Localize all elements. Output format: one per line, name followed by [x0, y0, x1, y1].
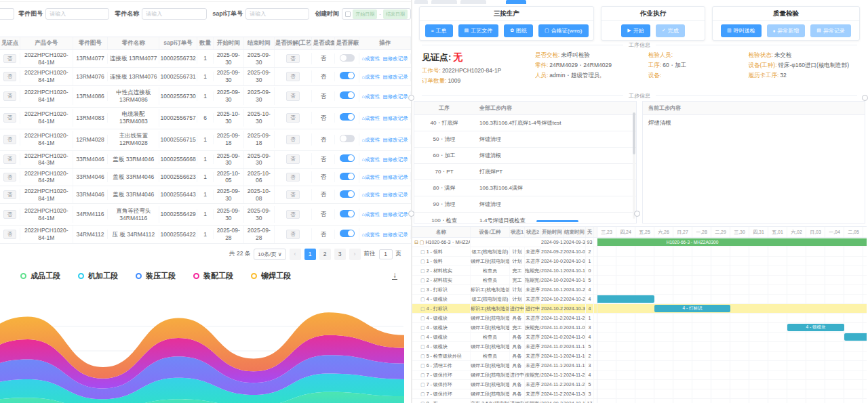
gantt-row[interactable]: ▢2 - 材料核实检查员完工拖期完成2024-10-102024-10-100: [412, 266, 597, 276]
edit-record-link[interactable]: ▤修改记录: [383, 211, 408, 217]
panel-resize-handle-left-top[interactable]: [408, 95, 414, 101]
witness-badge[interactable]: 否: [3, 135, 17, 144]
shield-toggle[interactable]: [340, 54, 355, 62]
shield-toggle[interactable]: [340, 190, 355, 198]
step-table-vscrollbar[interactable]: [633, 112, 635, 219]
shield-toggle[interactable]: [340, 154, 355, 162]
gantt-row[interactable]: ▢5 - 检查锻块外径检查员具备未进序2024-11-142024-11-162: [412, 352, 597, 361]
shield-toggle[interactable]: [340, 230, 355, 237]
gantt-row[interactable]: ▢7 - 锻保持环铆焊工段(核电制造部)具备未进序2024-11-222024-…: [412, 380, 597, 389]
witness-badge[interactable]: 否: [3, 210, 17, 219]
panel-resize-handle-mid[interactable]: [634, 211, 640, 217]
set-integrity-link[interactable]: ⌂成套性: [362, 56, 380, 62]
part-name-input[interactable]: [142, 8, 207, 20]
split-button[interactable]: 否: [286, 72, 300, 81]
split-button[interactable]: 否: [286, 91, 300, 100]
part-drawing-input[interactable]: [45, 8, 109, 20]
gantt-task-bar[interactable]: [597, 295, 654, 303]
sap-order-input[interactable]: [245, 8, 309, 20]
page-size-select[interactable]: 10条/页 ∨: [254, 249, 285, 260]
witness-badge[interactable]: 否: [3, 113, 17, 122]
edit-record-link[interactable]: ▤修改记录: [383, 115, 408, 121]
shield-toggle[interactable]: [340, 173, 355, 180]
edit-record-link[interactable]: ▤修改记录: [383, 74, 408, 80]
download-icon[interactable]: ↓: [392, 272, 397, 280]
tab-3[interactable]: [460, 0, 486, 4]
tab-1[interactable]: [414, 0, 428, 4]
witness-badge[interactable]: 否: [3, 54, 17, 63]
edit-record-link[interactable]: ▤修改记录: [383, 232, 408, 238]
set-integrity-link[interactable]: ⌂成套性: [362, 211, 380, 217]
gantt-row[interactable]: ▢1 - 领料锻工(核电制造部)计划未进序2024-09-292024-10-0…: [412, 247, 597, 257]
edit-record-link[interactable]: ▤修改记录: [383, 137, 408, 143]
gantt-group-bar[interactable]: H1020-66-3 - MHZ2A0300: [597, 238, 867, 246]
set-integrity-link[interactable]: ⌂成套性: [362, 192, 380, 198]
button-呼叫送检[interactable]: ▥呼叫送检: [721, 24, 762, 37]
step-row-80・满焊[interactable]: 80・满焊106.3和106.4满焊: [414, 180, 636, 196]
page-button-2[interactable]: 2: [319, 249, 331, 260]
shield-toggle[interactable]: [340, 210, 355, 217]
step-table-hscrollbar[interactable]: [536, 220, 578, 222]
tab-2[interactable]: [431, 0, 457, 4]
step-row-50・清理[interactable]: 50・清理焊缝清理: [414, 131, 636, 148]
button-合格证(wms)[interactable]: ▢合格证(wms): [538, 24, 588, 37]
cut-filter-input[interactable]: [0, 8, 14, 20]
step-row-60・加工[interactable]: 60・加工焊缝清根: [414, 148, 636, 164]
date-range-picker[interactable]: 开始日期 - 结束日期: [342, 8, 411, 20]
shield-toggle[interactable]: [340, 135, 355, 142]
gantt-task-bar[interactable]: 4 - 打标识: [654, 305, 730, 312]
gantt-row[interactable]: ⊟ ▢H1020-66-3・MHZ2A03002024-09-182024-09…: [412, 238, 597, 247]
step-row-70・PT[interactable]: 70・PT打底焊PT: [414, 164, 636, 180]
split-button[interactable]: 否: [286, 154, 300, 163]
gantt-row[interactable]: ▢3 - 打标识标识工(核电制造部)计划未进序2024-10-182024-10…: [412, 285, 597, 295]
set-integrity-link[interactable]: ⌂成套性: [362, 74, 380, 80]
page-button-1[interactable]: 1: [304, 249, 316, 260]
next-page-button[interactable]: ›: [349, 249, 361, 260]
gantt-row[interactable]: ▢4 - 锻模块铆焊工段(核电制造部)完工按期完成2024-11-022024-…: [412, 323, 597, 333]
witness-badge[interactable]: 否: [3, 154, 17, 163]
witness-badge[interactable]: 否: [3, 91, 17, 100]
panel-resize-handle-left-bottom[interactable]: [408, 211, 414, 217]
set-integrity-link[interactable]: ⌂成套性: [362, 174, 380, 180]
gantt-row[interactable]: ▢4 - 锻模块铆焊工段(核电制造部)具备未进序2024-11-092024-1…: [412, 342, 597, 352]
edit-record-link[interactable]: ▤修改记录: [383, 156, 408, 163]
witness-badge[interactable]: 否: [3, 72, 17, 81]
edit-record-link[interactable]: ▤修改记录: [383, 192, 408, 198]
set-integrity-link[interactable]: ⌂成套性: [362, 137, 380, 143]
edit-record-link[interactable]: ▤修改记录: [383, 56, 408, 62]
gantt-row[interactable]: ▢4 - 锻模块检查员具备未进序2024-11-052024-11-094: [412, 333, 597, 342]
shield-toggle[interactable]: [340, 91, 355, 99]
prev-page-button[interactable]: ‹: [290, 249, 301, 260]
tab-active[interactable]: [506, 0, 526, 4]
button-图纸[interactable]: ✿图纸: [504, 24, 533, 37]
split-button[interactable]: 否: [286, 113, 300, 122]
date-end[interactable]: 结束日期: [383, 9, 408, 19]
witness-badge[interactable]: 否: [3, 173, 17, 182]
button-开始[interactable]: ▶开始: [621, 24, 650, 37]
shield-toggle[interactable]: [340, 113, 355, 121]
split-button[interactable]: 否: [286, 173, 300, 182]
button-工艺文件[interactable]: ▤工艺文件: [458, 24, 499, 37]
edit-record-link[interactable]: ▤修改记录: [383, 93, 408, 100]
legend-item-机加工段[interactable]: 机加工段: [78, 271, 118, 281]
date-checkbox[interactable]: [345, 12, 351, 17]
split-button[interactable]: 否: [286, 230, 300, 238]
date-start[interactable]: 开始日期: [353, 9, 377, 19]
witness-badge[interactable]: 否: [3, 190, 17, 199]
gantt-row[interactable]: ▢8 - 车立车-2.5米(核电制造部)进行中按期完成2024-09-25202…: [412, 399, 597, 403]
split-button[interactable]: 否: [286, 135, 300, 144]
step-row-90・清理[interactable]: 90・清理焊缝清理: [414, 196, 636, 213]
goto-page-input[interactable]: [379, 249, 393, 259]
step-row-100・检查[interactable]: 100・检查1-4号焊缝目视检查: [414, 213, 636, 224]
step-row-40・打底焊[interactable]: 40・打底焊106.3和106.4打底焊1-4号焊缝test: [414, 115, 636, 131]
split-button[interactable]: 否: [286, 190, 300, 199]
set-integrity-link[interactable]: ⌂成套性: [362, 232, 380, 238]
gantt-row[interactable]: ▢1 - 领料铆焊工段(核电制造部)计划未进序2024-10-042024-10…: [412, 257, 597, 266]
witness-badge[interactable]: 否: [3, 230, 17, 238]
legend-item-成品工段[interactable]: 成品工段: [20, 271, 60, 281]
gantt-task-bar[interactable]: 4 - 锻模块: [787, 324, 844, 331]
gantt-row[interactable]: ▢6 - 清理工件铆焊工段(核电制造部)具备未进序2024-11-162024-…: [412, 361, 597, 370]
legend-item-装配工段[interactable]: 装配工段: [193, 271, 233, 281]
gantt-row[interactable]: ▢7 - 锻保持环铆焊工段(核电制造部)进行中按期完成2024-11-19202…: [412, 370, 597, 380]
set-integrity-link[interactable]: ⌂成套性: [362, 93, 380, 100]
